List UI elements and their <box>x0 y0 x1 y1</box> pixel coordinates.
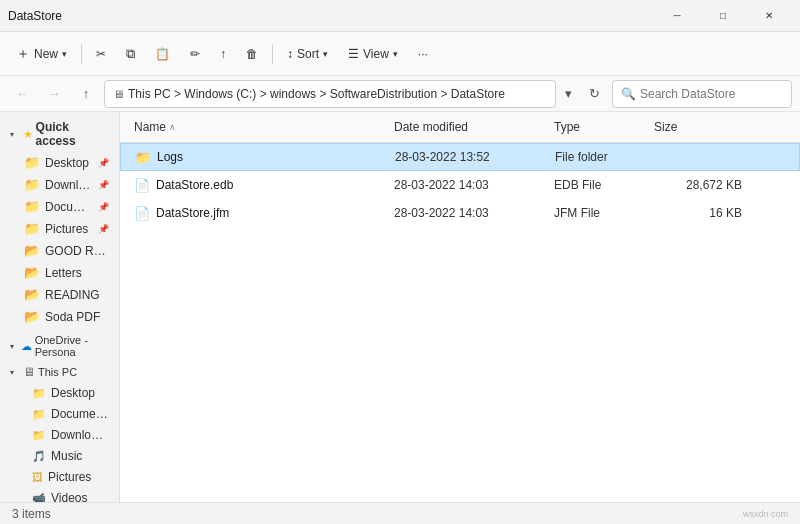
file-row-datastoredb[interactable]: 📄 DataStore.edb 28-03-2022 14:03 EDB Fil… <box>120 171 800 199</box>
sidebar-item-downloads[interactable]: 📁 Downloads 📌 <box>4 174 115 195</box>
sidebar: ▾ ★ Quick access 📁 Desktop 📌 📁 Downloads… <box>0 112 120 502</box>
sidebar-item-thispc-videos-label: Videos <box>51 491 87 502</box>
datastoredb-type: EDB File <box>548 176 648 194</box>
sidebar-item-thispc-documents[interactable]: 📁 Documents <box>4 404 115 424</box>
sidebar-item-desktop-label: Desktop <box>45 156 89 170</box>
rename-button[interactable]: ✏ <box>182 38 208 70</box>
more-button[interactable]: ··· <box>410 38 436 70</box>
file-row-logs[interactable]: 📁 Logs 28-03-2022 13:52 File folder <box>120 143 800 171</box>
quick-access-header[interactable]: ▾ ★ Quick access <box>4 117 115 151</box>
sidebar-item-thispc-music[interactable]: 🎵 Music <box>4 446 115 466</box>
maximize-button[interactable]: □ <box>700 0 746 32</box>
col-type-label: Type <box>554 120 580 134</box>
minimize-button[interactable]: ─ <box>654 0 700 32</box>
search-bar: 🔍 <box>612 80 792 108</box>
downloads-pin-icon: 📌 <box>98 180 109 190</box>
edb-file-icon: 📄 <box>134 178 150 193</box>
desktop-pin-icon: 📌 <box>98 158 109 168</box>
search-input[interactable] <box>640 87 783 101</box>
sort-icon: ↕ <box>287 47 293 61</box>
file-list-container: Name ∧ Date modified Type Size 📁 Logs 28… <box>120 112 800 502</box>
back-button[interactable]: ← <box>8 80 36 108</box>
main-content: ▾ ★ Quick access 📁 Desktop 📌 📁 Downloads… <box>0 112 800 502</box>
file-name-cell-datastoredb: 📄 DataStore.edb <box>128 176 388 195</box>
title-bar: DataStore ─ □ ✕ <box>0 0 800 32</box>
forward-icon: → <box>48 86 61 101</box>
col-header-type[interactable]: Type <box>548 116 648 138</box>
reading-folder-icon: 📂 <box>24 287 40 302</box>
datastorejfm-type: JFM File <box>548 204 648 222</box>
sidebar-item-goodread[interactable]: 📂 GOOD READ <box>4 240 115 261</box>
cut-icon: ✂ <box>96 47 106 61</box>
back-icon: ← <box>16 86 29 101</box>
col-header-name[interactable]: Name ∧ <box>128 116 388 138</box>
sidebar-item-desktop[interactable]: 📁 Desktop 📌 <box>4 152 115 173</box>
view-chevron-icon: ▾ <box>393 49 398 59</box>
thispc-desktop-icon: 📁 <box>32 387 46 400</box>
sidebar-item-letters[interactable]: 📂 Letters <box>4 262 115 283</box>
sidebar-item-thispc-desktop-label: Desktop <box>51 386 95 400</box>
quick-access-label: Quick access <box>36 120 109 148</box>
onedrive-chevron-icon: ▾ <box>10 342 18 351</box>
col-header-size[interactable]: Size <box>648 116 748 138</box>
delete-button[interactable]: 🗑 <box>238 38 266 70</box>
logs-folder-icon: 📁 <box>135 150 151 165</box>
sidebar-item-reading[interactable]: 📂 READING <box>4 284 115 305</box>
watermark: wsxdn.com <box>743 509 788 519</box>
view-icon: ☰ <box>348 47 359 61</box>
quick-access-chevron-icon: ▾ <box>10 130 20 139</box>
thispc-documents-icon: 📁 <box>32 408 46 421</box>
sidebar-item-thispc-music-label: Music <box>51 449 82 463</box>
quick-access-star-icon: ★ <box>23 128 33 141</box>
sidebar-item-thispc-downloads[interactable]: 📁 Downloads <box>4 425 115 445</box>
logs-date: 28-03-2022 13:52 <box>389 148 549 166</box>
search-icon: 🔍 <box>621 87 636 101</box>
documents-folder-icon: 📁 <box>24 199 40 214</box>
sidebar-item-pictures-label: Pictures <box>45 222 88 236</box>
close-button[interactable]: ✕ <box>746 0 792 32</box>
sidebar-item-thispc-pictures[interactable]: 🖼 Pictures <box>4 467 115 487</box>
delete-icon: 🗑 <box>246 47 258 61</box>
paste-button[interactable]: 📋 <box>147 38 178 70</box>
file-name-cell-datastorejfm: 📄 DataStore.jfm <box>128 204 388 223</box>
title-bar-title: DataStore <box>8 9 62 23</box>
sidebar-item-reading-label: READING <box>45 288 100 302</box>
col-date-label: Date modified <box>394 120 468 134</box>
breadcrumb-dropdown-button[interactable]: ▾ <box>560 80 576 108</box>
up-button[interactable]: ↑ <box>72 80 100 108</box>
sidebar-item-thispc-desktop[interactable]: 📁 Desktop <box>4 383 115 403</box>
pc-icon: 🖥 <box>23 365 35 379</box>
view-button[interactable]: ☰ View ▾ <box>340 38 406 70</box>
forward-button[interactable]: → <box>40 80 68 108</box>
copy-button[interactable]: ⧉ <box>118 38 143 70</box>
col-header-date[interactable]: Date modified <box>388 116 548 138</box>
paste-icon: 📋 <box>155 47 170 61</box>
sidebar-item-goodread-label: GOOD READ <box>45 244 109 258</box>
sort-button[interactable]: ↕ Sort ▾ <box>279 38 336 70</box>
onedrive-icon: ☁ <box>21 340 32 353</box>
thispc-music-icon: 🎵 <box>32 450 46 463</box>
onedrive-header[interactable]: ▾ ☁ OneDrive - Persona <box>4 331 115 361</box>
thispc-downloads-icon: 📁 <box>32 429 46 442</box>
breadcrumb-bar[interactable]: 🖥 This PC > Windows (C:) > windows > Sof… <box>104 80 556 108</box>
toolbar: ＋ New ▾ ✂ ⧉ 📋 ✏ ↑ 🗑 ↕ Sort ▾ ☰ View ▾ ··… <box>0 32 800 76</box>
thispc-videos-icon: 📹 <box>32 492 46 503</box>
sidebar-item-sodapdf[interactable]: 📂 Soda PDF <box>4 306 115 327</box>
datastoredb-size: 28,672 KB <box>648 176 748 194</box>
refresh-button[interactable]: ↻ <box>580 80 608 108</box>
file-list-header: Name ∧ Date modified Type Size <box>120 112 800 143</box>
up-icon: ↑ <box>83 86 90 101</box>
pictures-folder-icon: 📁 <box>24 221 40 236</box>
sidebar-item-pictures[interactable]: 📁 Pictures 📌 <box>4 218 115 239</box>
share-button[interactable]: ↑ <box>212 38 234 70</box>
thispc-header[interactable]: ▾ 🖥 This PC <box>4 362 115 382</box>
copy-icon: ⧉ <box>126 46 135 62</box>
col-size-label: Size <box>654 120 677 134</box>
new-button[interactable]: ＋ New ▾ <box>8 38 75 70</box>
col-name-sort-icon: ∧ <box>169 122 176 132</box>
file-row-datastorejfm[interactable]: 📄 DataStore.jfm 28-03-2022 14:03 JFM Fil… <box>120 199 800 227</box>
sidebar-item-thispc-videos[interactable]: 📹 Videos <box>4 488 115 502</box>
cut-button[interactable]: ✂ <box>88 38 114 70</box>
downloads-folder-icon: 📁 <box>24 177 40 192</box>
sidebar-item-documents[interactable]: 📁 Documents 📌 <box>4 196 115 217</box>
